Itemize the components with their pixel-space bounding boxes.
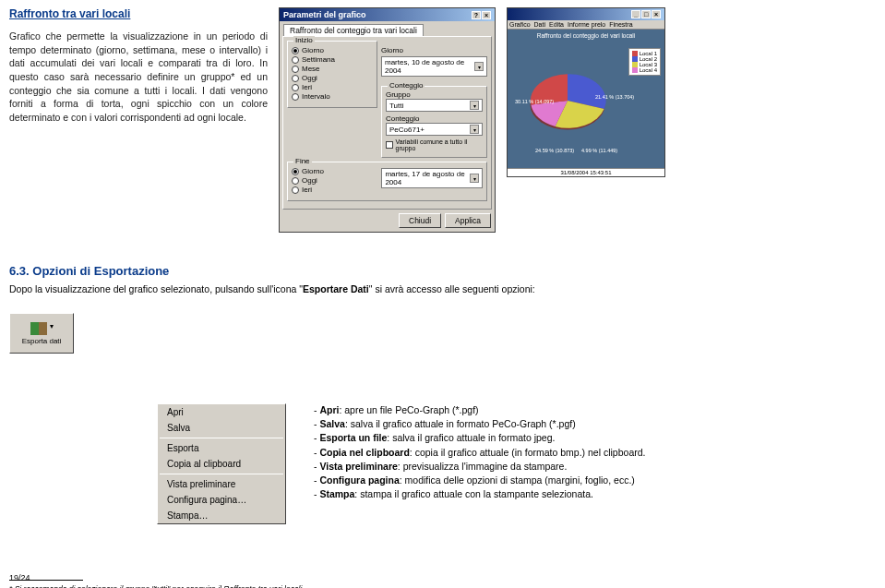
chevron-down-icon: ▾ bbox=[470, 174, 479, 183]
checkbox-variabili[interactable]: Variabili comune a tutto il gruppo bbox=[386, 138, 483, 151]
radio-ieri[interactable]: Ieri bbox=[292, 83, 373, 91]
footnote-text: * Si raccomanda di selezionare il gruppo… bbox=[9, 584, 876, 588]
radio-giorno[interactable]: Giorno bbox=[292, 46, 373, 54]
section-paragraph: Grafico che permette la visualizzazione … bbox=[9, 30, 268, 125]
group-conteggio: Gruppo Tutti▾ Conteggio PeCo671+▾ Variab… bbox=[381, 86, 487, 158]
top-row: Raffronto tra vari locali Grafico che pe… bbox=[9, 7, 876, 233]
radio-settimana[interactable]: Settimana bbox=[292, 55, 373, 64]
chevron-down-icon: ▾ bbox=[470, 125, 479, 134]
section-text: Raffronto tra vari locali Grafico che pe… bbox=[9, 7, 268, 125]
close-icon[interactable]: × bbox=[482, 11, 491, 19]
chevron-down-icon: ▾ bbox=[50, 322, 54, 330]
section-63-intro: Dopo la visualizzazione del grafico sele… bbox=[9, 283, 876, 294]
slice-label: 30.11 % (14.097) bbox=[515, 99, 554, 104]
radio-oggi[interactable]: Oggi bbox=[292, 74, 373, 82]
chart-title: Raffronto del conteggio dei vari locali bbox=[508, 32, 664, 39]
bullet-config: - Configura pagina: modifica delle opzio… bbox=[314, 474, 645, 487]
group-inizio: Giorno Settimana Mese Oggi Ieri Interval… bbox=[287, 41, 377, 108]
pie-legend: Local 1 Local 2 Local 3 Local 4 bbox=[628, 48, 661, 76]
piewin-menu: Grafico Dati Edita Informe prelo Finestr… bbox=[508, 20, 664, 30]
pie-chart-area: Raffronto del conteggio dei vari locali … bbox=[508, 30, 664, 168]
esporta-dati-button[interactable]: ▾ Esporta dati bbox=[9, 313, 74, 354]
menu-item[interactable]: Grafico bbox=[509, 21, 531, 28]
dialog-body: Giorno Settimana Mese Oggi Ieri Interval… bbox=[282, 36, 492, 210]
group-fine: Giorno Oggi Ieri martes, 17 de agosto de… bbox=[287, 162, 487, 201]
context-menu: Apri Salva Esporta Copia al clipboard Vi… bbox=[157, 403, 286, 524]
slice-label: 24.59 % (10.873) bbox=[535, 148, 574, 153]
menu-item[interactable]: Informe prelo bbox=[568, 21, 605, 28]
bullet-stampa: - Stampa: stampa il grafico attuale con … bbox=[314, 487, 645, 501]
bullet-salva: - Salva: salva il grafico attuale in for… bbox=[314, 417, 645, 431]
help-icon[interactable]: ? bbox=[472, 11, 481, 19]
menu-stampa[interactable]: Stampa… bbox=[158, 508, 285, 523]
slice-label: 4.99 % (11.449) bbox=[581, 148, 617, 153]
close-icon[interactable]: × bbox=[652, 10, 661, 18]
chevron-down-icon: ▾ bbox=[474, 62, 484, 71]
menu-copia[interactable]: Copia al clipboard bbox=[158, 456, 285, 472]
menu-apri[interactable]: Apri bbox=[158, 404, 285, 420]
page-number: 19/24 bbox=[9, 573, 30, 582]
dialog-button-row: Chiudi Applica bbox=[283, 213, 491, 228]
section-63-heading: 6.3. Opzioni di Esportazione bbox=[9, 264, 876, 278]
radio-oggi-fine[interactable]: Oggi bbox=[292, 176, 377, 185]
minimize-icon[interactable]: _ bbox=[631, 10, 640, 18]
piewin-status: 31/08/2004 15:43:51 bbox=[508, 168, 664, 176]
radio-intervalo[interactable]: Intervalo bbox=[292, 92, 373, 101]
bullet-apri: - Apri: apre un file PeCo-Graph (*.pgf) bbox=[314, 403, 645, 417]
export-icon bbox=[30, 322, 47, 335]
section-title: Raffronto tra vari locali bbox=[9, 7, 268, 20]
applica-button[interactable]: Applica bbox=[445, 213, 491, 228]
date-field-end[interactable]: martes, 17 de agosto de 2004▾ bbox=[381, 168, 483, 188]
row-menu-bullets: Apri Salva Esporta Copia al clipboard Vi… bbox=[157, 357, 876, 524]
menu-separator bbox=[160, 438, 283, 438]
dialog-titlebar: Parametri del grafico ? × bbox=[280, 8, 495, 21]
menu-esporta[interactable]: Esporta bbox=[158, 440, 285, 456]
conteggio-select[interactable]: PeCo671+▾ bbox=[386, 123, 483, 136]
esporta-label: Esporta dati bbox=[22, 337, 62, 345]
bullet-copia: - Copia nel clipboard: copia il grafico … bbox=[314, 446, 645, 460]
parametri-dialog: Parametri del grafico ? × Raffronto del … bbox=[279, 7, 496, 233]
label-giorno1: Giorno bbox=[381, 46, 487, 54]
gruppo-select[interactable]: Tutti▾ bbox=[386, 99, 483, 112]
dialog-title-text: Parametri del grafico bbox=[283, 10, 366, 19]
slice-label: 21.41 % (13.704) bbox=[595, 94, 634, 100]
menu-vista[interactable]: Vista preliminare bbox=[158, 476, 285, 492]
intro-bold: Esportare Dati bbox=[303, 283, 369, 294]
label-conteggio: Conteggio bbox=[386, 114, 483, 123]
menu-item[interactable]: Finestra bbox=[609, 21, 632, 28]
menu-config[interactable]: Configura pagina… bbox=[158, 492, 285, 508]
piewin-title bbox=[511, 11, 513, 18]
window-buttons: ? × bbox=[472, 11, 491, 19]
radio-giorno-fine[interactable]: Giorno bbox=[292, 167, 377, 175]
chevron-down-icon: ▾ bbox=[470, 101, 479, 110]
menu-item[interactable]: Edita bbox=[549, 21, 564, 28]
label-gruppo: Gruppo bbox=[386, 90, 483, 99]
date-field-start[interactable]: martes, 10 de agosto de 2004▾ bbox=[381, 56, 487, 77]
pie-chart-window: _□× Grafico Dati Edita Informe prelo Fin… bbox=[507, 7, 665, 177]
radio-ieri-fine[interactable]: Ieri bbox=[292, 186, 377, 194]
piewin-titlebar: _□× bbox=[508, 8, 664, 20]
menu-item[interactable]: Dati bbox=[534, 21, 545, 28]
bullet-esporta: - Esporta un file: salva il grafico attu… bbox=[314, 431, 645, 445]
bullet-vista: - Vista preliminare: previsualizza l'imm… bbox=[314, 460, 645, 474]
chiudi-button[interactable]: Chiudi bbox=[399, 213, 441, 228]
maximize-icon[interactable]: □ bbox=[641, 10, 651, 18]
radio-mese[interactable]: Mese bbox=[292, 65, 373, 73]
bullet-list: - Apri: apre un file PeCo-Graph (*.pgf) … bbox=[314, 403, 645, 502]
menu-separator bbox=[160, 474, 283, 474]
menu-salva[interactable]: Salva bbox=[158, 420, 285, 436]
dialog-tab[interactable]: Raffronto del conteggio tra vari locali bbox=[283, 24, 424, 36]
